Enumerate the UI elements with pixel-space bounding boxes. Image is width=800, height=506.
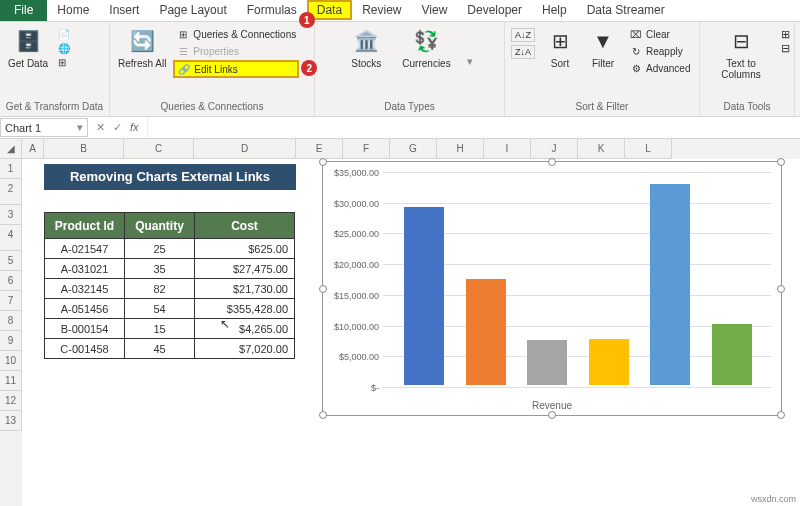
tab-data-streamer[interactable]: Data Streamer — [577, 0, 675, 21]
row-header[interactable]: 8 — [0, 311, 22, 331]
cell-qty[interactable]: 25 — [125, 239, 195, 259]
chart-bar[interactable] — [404, 207, 444, 385]
row-header[interactable]: 13 — [0, 411, 22, 431]
row-header[interactable]: 6 — [0, 271, 22, 291]
name-box[interactable]: Chart 1▾ — [0, 118, 88, 137]
row-header[interactable]: 11 — [0, 371, 22, 391]
row-header[interactable]: 2 — [0, 179, 22, 205]
reapply-button[interactable]: ↻Reapply — [626, 43, 693, 59]
chart-handle[interactable] — [777, 158, 785, 166]
chart-handle[interactable] — [777, 285, 785, 293]
tab-review[interactable]: Review — [352, 0, 411, 21]
row-header[interactable]: 7 — [0, 291, 22, 311]
row-header[interactable]: 3 — [0, 205, 22, 225]
text-to-columns-button[interactable]: ⊟ Text to Columns — [704, 24, 778, 82]
col-header[interactable]: H — [437, 139, 484, 159]
tab-view[interactable]: View — [412, 0, 458, 21]
remove-duplicates-icon[interactable]: ⊟ — [781, 42, 790, 55]
cell-qty[interactable]: 82 — [125, 279, 195, 299]
select-all-corner[interactable]: ◢ — [0, 139, 22, 159]
file-tab[interactable]: File — [0, 0, 47, 21]
chart-handle[interactable] — [548, 158, 556, 166]
row-header[interactable]: 1 — [0, 159, 22, 179]
cell-pid[interactable]: C-001458 — [45, 339, 125, 359]
col-header[interactable]: E — [296, 139, 343, 159]
properties-button[interactable]: ☰Properties — [173, 43, 299, 59]
cell-qty[interactable]: 15 — [125, 319, 195, 339]
cancel-formula-icon[interactable]: ✕ — [96, 121, 105, 134]
tab-developer[interactable]: Developer — [457, 0, 532, 21]
refresh-icon: 🔄 — [127, 26, 157, 56]
cell-cost[interactable]: $625.00 — [195, 239, 295, 259]
row-header[interactable]: 10 — [0, 351, 22, 371]
cell-pid[interactable]: B-000154 — [45, 319, 125, 339]
cell-pid[interactable]: A-032145 — [45, 279, 125, 299]
col-header[interactable]: A — [22, 139, 44, 159]
enter-formula-icon[interactable]: ✓ — [113, 121, 122, 134]
col-header[interactable]: F — [343, 139, 390, 159]
clear-button[interactable]: ⌧Clear — [626, 26, 693, 42]
tab-home[interactable]: Home — [47, 0, 99, 21]
chart-bar[interactable] — [650, 184, 690, 385]
row-header[interactable]: 9 — [0, 331, 22, 351]
row-header[interactable]: 5 — [0, 251, 22, 271]
cell-qty[interactable]: 54 — [125, 299, 195, 319]
get-data-label: Get Data — [8, 58, 48, 69]
data-types-expand[interactable]: ▾ — [467, 55, 473, 68]
currencies-button[interactable]: 💱 Currencies — [398, 24, 454, 71]
col-header[interactable]: K — [578, 139, 625, 159]
chart-handle[interactable] — [319, 158, 327, 166]
get-data-button[interactable]: 🗄️ Get Data — [4, 24, 52, 71]
tab-insert[interactable]: Insert — [99, 0, 149, 21]
cell-cost[interactable]: $27,475.00 — [195, 259, 295, 279]
chart-handle[interactable] — [777, 411, 785, 419]
from-table-icon[interactable]: ⊞ — [55, 56, 73, 69]
sort-button[interactable]: ⊞ Sort — [540, 24, 580, 71]
from-web-icon[interactable]: 🌐 — [55, 42, 73, 55]
cell-qty[interactable]: 45 — [125, 339, 195, 359]
tab-help[interactable]: Help — [532, 0, 577, 21]
cell-cost[interactable]: $7,020.00 — [195, 339, 295, 359]
chart-plot-area[interactable]: $-$5,000.00$10,000.00$15,000.00$20,000.0… — [383, 172, 771, 385]
chart-handle[interactable] — [548, 411, 556, 419]
filter-button[interactable]: ▼ Filter — [583, 24, 623, 71]
cell-cost[interactable]: $21,730.00 — [195, 279, 295, 299]
name-box-dropdown-icon[interactable]: ▾ — [77, 121, 83, 134]
sort-icon: ⊞ — [545, 26, 575, 56]
col-header[interactable]: D — [194, 139, 296, 159]
sort-za-icon[interactable]: Z↓A — [511, 45, 535, 59]
chart-bar[interactable] — [589, 339, 629, 385]
col-header[interactable]: C — [124, 139, 194, 159]
chart-handle[interactable] — [319, 411, 327, 419]
col-header[interactable]: B — [44, 139, 124, 159]
queries-connections-button[interactable]: ⊞Queries & Connections — [173, 26, 299, 42]
col-header[interactable]: I — [484, 139, 531, 159]
row-header[interactable]: 4 — [0, 225, 22, 251]
from-text-icon[interactable]: 📄 — [55, 28, 73, 41]
cell-pid[interactable]: A-021547 — [45, 239, 125, 259]
fx-icon[interactable]: fx — [130, 121, 139, 134]
chart[interactable]: $-$5,000.00$10,000.00$15,000.00$20,000.0… — [322, 161, 782, 416]
chart-bar[interactable] — [527, 340, 567, 385]
cell-pid[interactable]: A-051456 — [45, 299, 125, 319]
col-header[interactable]: J — [531, 139, 578, 159]
formula-bar[interactable] — [147, 117, 800, 138]
chart-handle[interactable] — [319, 285, 327, 293]
sort-az-icon[interactable]: A↓Z — [511, 28, 535, 42]
tab-page-layout[interactable]: Page Layout — [149, 0, 236, 21]
cell-qty[interactable]: 35 — [125, 259, 195, 279]
chart-bar[interactable] — [712, 324, 752, 385]
col-header[interactable]: G — [390, 139, 437, 159]
tab-formulas[interactable]: Formulas — [237, 0, 307, 21]
stocks-button[interactable]: 🏛️ Stocks — [346, 24, 386, 71]
cell-cost[interactable]: $4,265.00 — [195, 319, 295, 339]
advanced-button[interactable]: ⚙Advanced — [626, 60, 693, 76]
col-header[interactable]: L — [625, 139, 672, 159]
row-header[interactable]: 12 — [0, 391, 22, 411]
cell-pid[interactable]: A-031021 — [45, 259, 125, 279]
refresh-all-button[interactable]: 🔄 Refresh All — [114, 24, 170, 71]
edit-links-button[interactable]: 🔗Edit Links — [173, 60, 299, 78]
cell-cost[interactable]: $355,428.00 — [195, 299, 295, 319]
flash-fill-icon[interactable]: ⊞ — [781, 28, 790, 41]
chart-bar[interactable] — [466, 279, 506, 385]
